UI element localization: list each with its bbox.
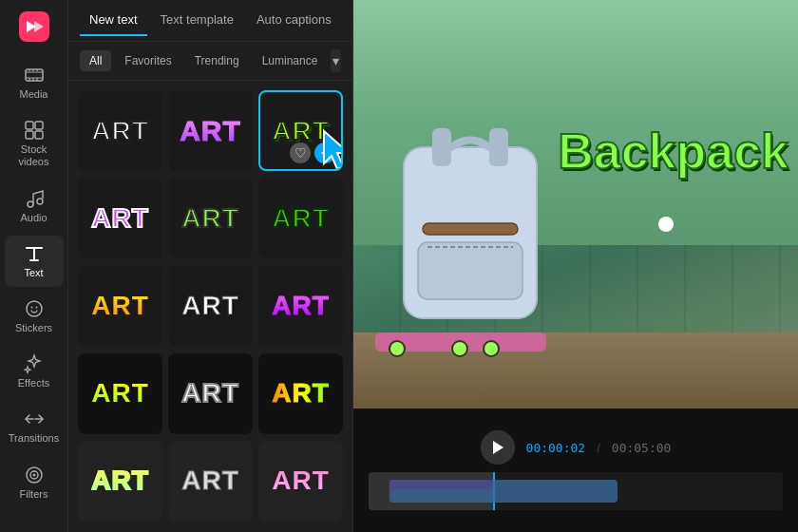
preview-area: Backpack Orig 00:00:02 / 00:05:00	[353, 0, 798, 532]
filter-tabs: All Favorites Trending Luminance ▾	[68, 42, 352, 81]
wheel-right2	[483, 340, 500, 357]
text-panel: New text Text template Auto captions All…	[68, 0, 353, 532]
text-style-item[interactable]: ART	[78, 178, 162, 258]
sidebar-item-stock[interactable]: Stockvideos	[5, 112, 64, 176]
filter-tab-favorites[interactable]: Favorites	[115, 50, 180, 71]
text-style-item[interactable]: ART	[168, 178, 253, 258]
music-icon	[24, 188, 45, 209]
svg-rect-1	[26, 69, 43, 81]
filter-tab-trending[interactable]: Trending	[185, 50, 249, 71]
svg-rect-18	[418, 242, 522, 299]
sticker-icon	[24, 298, 45, 319]
selection-handle[interactable]	[658, 217, 674, 232]
svg-point-10	[35, 306, 37, 308]
sidebar-item-audio[interactable]: Audio	[5, 180, 64, 232]
svg-point-8	[27, 301, 42, 316]
text-style-item[interactable]: ART	[168, 441, 253, 522]
backpack-svg	[375, 109, 565, 356]
sidebar-item-stickers-label: Stickers	[15, 322, 52, 334]
text-style-item[interactable]: ART	[78, 265, 162, 346]
svg-point-13	[32, 473, 35, 476]
text-style-item[interactable]: ART	[258, 353, 343, 434]
play-button[interactable]	[481, 430, 515, 465]
grid-icon	[24, 120, 45, 141]
wheel-right	[451, 340, 468, 357]
art-text-preview: ART	[272, 203, 330, 234]
art-text-preview: ART	[91, 116, 149, 146]
tab-text-template[interactable]: Text template	[151, 5, 243, 36]
text-style-item[interactable]: ART	[258, 441, 343, 522]
timeline-track[interactable]	[369, 472, 783, 510]
sidebar-item-effects[interactable]: Effects	[5, 346, 64, 397]
text-style-item[interactable]: ART	[168, 265, 253, 346]
sidebar-item-stickers[interactable]: Stickers	[5, 291, 64, 342]
transition-icon	[24, 408, 45, 429]
filter-tab-all[interactable]: All	[80, 50, 111, 71]
sidebar-item-filters-label: Filters	[20, 488, 48, 501]
svg-rect-2	[26, 122, 33, 129]
timeline-section: 00:00:02 / 00:05:00	[353, 408, 798, 532]
sidebar-item-media[interactable]: Media	[5, 57, 64, 108]
text-style-item[interactable]: ART	[168, 90, 253, 171]
svg-marker-21	[493, 441, 504, 454]
art-text-preview: ART	[272, 116, 330, 146]
favorite-button[interactable]: ♡	[290, 142, 311, 163]
svg-point-6	[28, 201, 33, 207]
sidebar-item-stock-label: Stockvideos	[19, 143, 49, 168]
current-time: 00:00:02	[526, 441, 586, 455]
filter-tab-luminance[interactable]: Luminance	[253, 50, 328, 71]
tab-new-text[interactable]: New text	[80, 5, 147, 36]
art-text-preview: ART	[181, 378, 239, 408]
art-text-preview: ART	[272, 466, 330, 496]
art-text-preview: ART	[91, 378, 149, 408]
item-overlay: ♡ +	[290, 142, 335, 163]
art-text-preview: ART	[181, 466, 239, 496]
sidebar: Media Stockvideos Audio	[0, 0, 68, 532]
sidebar-item-effects-label: Effects	[18, 377, 49, 390]
text-track[interactable]	[390, 480, 493, 489]
sidebar-item-transitions[interactable]: Transitions	[5, 401, 64, 452]
filter-icon	[24, 465, 45, 485]
text-style-item[interactable]: ART	[78, 353, 162, 434]
preview-canvas: Backpack	[353, 0, 798, 408]
time-separator: /	[597, 441, 600, 455]
total-time: 00:05:00	[612, 441, 672, 455]
sidebar-item-filters[interactable]: Filters	[5, 457, 64, 508]
text-icon	[24, 243, 45, 264]
art-text-preview: ART	[272, 378, 330, 408]
tab-auto-captions[interactable]: Auto captions	[247, 5, 341, 36]
art-text-preview: ART	[181, 291, 239, 321]
art-text-preview: ART	[180, 115, 241, 147]
text-style-item-selected[interactable]: ART ♡ +	[258, 90, 343, 171]
text-style-item[interactable]: ART	[258, 178, 343, 258]
svg-point-7	[37, 199, 43, 204]
sidebar-item-audio-label: Audio	[20, 212, 47, 224]
backpack-label: Backpack	[558, 123, 788, 180]
art-text-preview: ART	[181, 203, 239, 234]
text-style-item[interactable]: ART	[78, 90, 162, 171]
sidebar-item-transitions-label: Transitions	[9, 432, 59, 445]
svg-rect-3	[35, 122, 43, 129]
text-style-item[interactable]: ART	[78, 441, 162, 522]
text-style-grid: ART ART ART ♡ + ART ART	[68, 81, 352, 532]
playback-controls: 00:00:02 / 00:05:00	[369, 430, 783, 465]
svg-rect-4	[26, 131, 33, 139]
art-text-preview: ART	[272, 291, 330, 321]
art-text-preview: ART	[91, 291, 149, 321]
text-style-item[interactable]: ART	[168, 353, 253, 434]
film-icon	[24, 65, 45, 86]
effects-icon	[24, 353, 45, 374]
panel-tabs: New text Text template Auto captions	[68, 0, 352, 42]
svg-rect-5	[35, 131, 43, 139]
filter-more-button[interactable]: ▾	[331, 49, 341, 72]
app-logo	[19, 11, 49, 46]
art-text-preview: ART	[91, 203, 149, 234]
sidebar-item-media-label: Media	[20, 88, 48, 101]
sidebar-item-text-label: Text	[24, 267, 43, 279]
svg-point-9	[30, 306, 32, 308]
svg-rect-20	[423, 223, 518, 235]
art-text-preview: ART	[91, 466, 149, 496]
text-style-item[interactable]: ART	[258, 265, 343, 346]
sidebar-item-text[interactable]: Text	[5, 236, 64, 287]
add-button[interactable]: +	[314, 142, 335, 163]
